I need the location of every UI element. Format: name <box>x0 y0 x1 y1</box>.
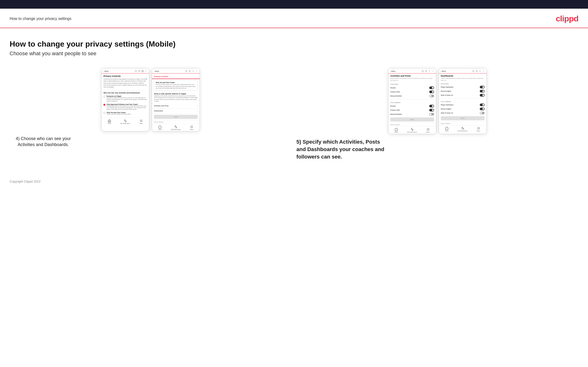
svg-line-15 <box>423 72 424 72</box>
option-everyone-desc: Everyone on Clippd can search for you an… <box>106 97 147 102</box>
nav-performance[interactable]: My Performance <box>168 125 184 130</box>
chevron-right-icon: › <box>197 105 198 107</box>
chevron-down-icon[interactable] <box>482 70 484 72</box>
settings-icon[interactable] <box>141 70 144 72</box>
option-followers-title: Only Approved Followers and Your Coach <box>106 103 147 105</box>
search-icon[interactable] <box>472 70 475 72</box>
nav-home[interactable]: Home <box>388 128 404 133</box>
followers-manual-row: Manual Activities <box>388 112 436 116</box>
radio-youcoach[interactable] <box>104 112 105 114</box>
screen3-back[interactable]: ‹ Back <box>390 70 395 72</box>
option-everyone-title: Everyone on Clippd <box>106 95 147 97</box>
page-header: How to change your privacy settings clip… <box>0 9 588 28</box>
screen2-activities-item[interactable]: Activities and Posts › <box>152 103 200 108</box>
chevron-down-icon[interactable] <box>432 70 434 72</box>
svg-point-7 <box>186 70 187 72</box>
followers-rounds-toggle[interactable] <box>429 105 434 107</box>
left-mockups: ‹ Back Privacy Controls Control how you … <box>10 68 292 131</box>
option-youcoach-title: Only You and Your Coach <box>106 112 131 113</box>
settings-icon[interactable] <box>428 70 431 72</box>
dash-followers-rounds-toggle[interactable] <box>480 108 484 110</box>
screen4-mockup: ‹ Back Dashboards Select the dashboards … <box>439 68 487 134</box>
dash-coaches-rounds-toggle[interactable] <box>480 90 484 92</box>
dash-followers-player-toggle[interactable] <box>480 103 484 106</box>
nav-menu[interactable]: Menu <box>471 126 486 132</box>
coaches-manual-row: Manual Activities <box>388 94 436 98</box>
coaches-drills-toggle[interactable] <box>429 91 434 93</box>
nav-menu-label: Menu <box>477 130 480 132</box>
screen3-mockup: ‹ Back Activities and Posts Select the t… <box>388 68 436 134</box>
svg-point-16 <box>426 70 426 71</box>
screen2-back[interactable]: ‹ Back <box>154 70 159 72</box>
chevron-down-icon[interactable] <box>195 70 198 72</box>
chevron-down-icon[interactable] <box>145 70 147 72</box>
settings-icon[interactable] <box>479 70 481 72</box>
screen2-tab[interactable]: Privacy Controls <box>154 75 168 79</box>
screen4-back[interactable]: ‹ Back <box>441 70 446 72</box>
screen2-show-hide-text: Regardless of the privacy controls that … <box>152 95 200 103</box>
svg-point-10 <box>193 71 194 72</box>
nav-home-label: Home <box>394 131 398 133</box>
caption4: 4) Choose who can see your Activities an… <box>10 136 77 148</box>
coaches-drills-row: Practice Drills <box>388 90 436 94</box>
screen2-icons <box>185 70 198 72</box>
person-icon[interactable] <box>189 70 191 72</box>
search-icon[interactable] <box>135 70 137 72</box>
nav-home-label: Home <box>445 130 449 132</box>
screen1-back[interactable]: ‹ Back <box>104 70 108 72</box>
followers-drills-row: Practice Drills <box>388 108 436 112</box>
nav-menu[interactable]: Menu <box>184 125 200 130</box>
coaches-drills-label: Practice Drills <box>390 91 400 93</box>
search-icon[interactable] <box>185 70 188 72</box>
nav-home-label: Home <box>158 129 162 130</box>
screen4-section-title: Dashboards <box>439 74 486 78</box>
settings-icon[interactable] <box>192 70 194 72</box>
person-icon[interactable] <box>425 70 427 72</box>
option-everyone[interactable]: Everyone on Clippd Everyone on Clippd ca… <box>102 95 149 103</box>
option-followers[interactable]: Only Approved Followers and Your Coach O… <box>102 103 149 111</box>
followers-manual-toggle[interactable] <box>429 113 434 116</box>
search-icon[interactable] <box>422 70 424 72</box>
nav-menu[interactable]: Menu <box>133 119 149 124</box>
dash-followers-rounds-row: Round Insights <box>439 107 486 111</box>
dash-coaches-work-toggle[interactable] <box>480 94 484 97</box>
followers-drills-toggle[interactable] <box>429 109 434 111</box>
nav-menu-label: Menu <box>426 131 430 133</box>
nav-performance[interactable]: My Performance <box>117 119 133 124</box>
screen4-section-text: Select the dashboards that you'd like to… <box>439 78 486 82</box>
nav-performance[interactable]: My Performance <box>404 128 420 133</box>
nav-home[interactable]: Home <box>102 119 117 124</box>
person-icon[interactable] <box>138 70 140 72</box>
nav-home[interactable]: Home <box>152 125 168 130</box>
footer: Copyright Clippd 2022 <box>0 175 588 188</box>
nav-menu-label: Menu <box>139 123 143 124</box>
coaches-manual-toggle[interactable] <box>429 95 434 97</box>
option-youcoach[interactable]: Only You and Your Coach Only you and the… <box>102 111 149 116</box>
dash-followers-player-label: Player Dashboard <box>441 104 453 106</box>
radio-followers[interactable] <box>104 104 105 106</box>
radio-everyone[interactable] <box>104 96 105 98</box>
screen3-save-button[interactable]: Save <box>390 117 434 122</box>
nav-menu[interactable]: Menu <box>420 128 436 133</box>
followers-manual-label: Manual Activities <box>390 113 402 115</box>
nav-home-label: Home <box>108 123 111 124</box>
screen3-bottom-nav: Home My Performance Menu <box>388 126 436 134</box>
screen2-help[interactable]: Help & Support <box>152 120 200 124</box>
dash-coaches-work-label: What To Work On <box>441 94 453 96</box>
coaches-rounds-toggle[interactable] <box>429 86 434 89</box>
screen2-dashboards-item[interactable]: Dashboards › <box>152 108 200 114</box>
dash-followers-work-toggle[interactable] <box>480 112 484 114</box>
dash-coaches-player-toggle[interactable] <box>480 86 484 88</box>
nav-performance[interactable]: My Performance <box>455 126 471 132</box>
screen4-topbar: ‹ Back <box>439 68 486 74</box>
screen2-bottom-nav: Home My Performance Menu <box>152 124 200 131</box>
screen4-help[interactable]: Help & Support <box>439 122 486 125</box>
right-mockups: ‹ Back Activities and Posts Select the t… <box>296 68 579 134</box>
screen2-save-button[interactable]: Save <box>154 115 198 119</box>
screen2-card-title: Only You and Your Coach <box>156 82 196 83</box>
screen3-help[interactable]: Help & Support <box>388 123 436 126</box>
person-icon[interactable] <box>476 70 478 72</box>
nav-performance-label: My Performance <box>171 129 181 130</box>
nav-home[interactable]: Home <box>439 126 455 132</box>
screen4-save-button[interactable]: Save <box>441 116 484 120</box>
